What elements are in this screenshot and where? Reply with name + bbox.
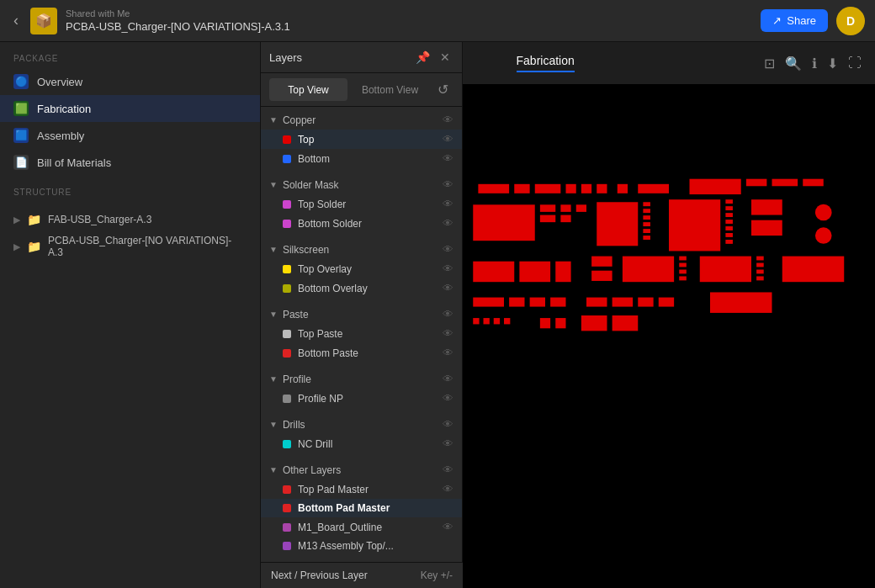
sidebar-item-assembly[interactable]: 🟦 Assembly: [0, 122, 260, 149]
layer-profile-np[interactable]: Profile NP 👁: [261, 389, 462, 408]
bom-icon: 📄: [13, 155, 29, 170]
svg-rect-46: [679, 276, 687, 280]
silkscreen-group-header[interactable]: ▼ Silkscreen 👁: [261, 240, 462, 259]
layer-top[interactable]: Top 👁: [261, 130, 462, 149]
eye-icon[interactable]: 👁: [443, 198, 453, 210]
chevron-down-icon: ▼: [269, 420, 278, 429]
sidebar-item-overview[interactable]: 🔵 Overview: [0, 68, 260, 95]
share-button[interactable]: ↗ Share: [761, 9, 828, 32]
layer-bottom-solder[interactable]: Bottom Solder 👁: [261, 214, 462, 233]
svg-rect-47: [700, 257, 751, 283]
overview-icon: 🔵: [13, 74, 29, 89]
layer-m1-board-outline[interactable]: M1_Board_Outline 👁: [261, 517, 462, 537]
layer-bottom-overlay[interactable]: Bottom Overlay 👁: [261, 278, 462, 298]
eye-icon[interactable]: 👁: [443, 483, 453, 495]
eye-icon[interactable]: 👁: [443, 114, 453, 126]
eye-icon[interactable]: 👁: [443, 243, 453, 256]
eye-icon[interactable]: 👁: [443, 392, 453, 405]
eye-icon[interactable]: 👁: [443, 178, 453, 191]
refresh-btn[interactable]: ↺: [432, 78, 453, 101]
bottom-view-btn[interactable]: Bottom View: [351, 78, 429, 101]
svg-rect-5: [597, 184, 607, 193]
share-label: Share: [787, 14, 816, 27]
folder-pcba[interactable]: ▶ 📁 PCBA-USB_Charger-[NO VARIATIONS]-A.3: [0, 230, 260, 262]
svg-rect-52: [782, 257, 845, 283]
eye-icon[interactable]: 👁: [443, 308, 453, 320]
eye-icon[interactable]: 👁: [443, 262, 453, 275]
svg-rect-3: [566, 184, 576, 193]
layer-top-overlay[interactable]: Top Overlay 👁: [261, 259, 462, 278]
back-button[interactable]: ‹: [10, 8, 22, 33]
layer-top-pad-master[interactable]: Top Pad Master 👁: [261, 479, 462, 499]
svg-rect-1: [514, 184, 529, 193]
layer-top-solder[interactable]: Top Solder 👁: [261, 194, 462, 214]
eye-icon[interactable]: 👁: [443, 464, 453, 476]
search-icon[interactable]: 🔍: [785, 56, 802, 72]
profile-group-header[interactable]: ▼ Profile 👁: [261, 369, 462, 389]
eye-icon[interactable]: 👁: [443, 521, 453, 533]
copper-group-header[interactable]: ▼ Copper 👁: [261, 110, 462, 130]
svg-rect-68: [581, 315, 607, 331]
layer-bottom-pad-master[interactable]: Bottom Pad Master: [261, 499, 462, 517]
bom-label: Bill of Materials: [37, 156, 111, 169]
svg-rect-11: [803, 179, 824, 187]
overview-label: Overview: [37, 76, 82, 88]
drills-group-header[interactable]: ▼ Drills 👁: [261, 415, 462, 434]
layer-group-drills: ▼ Drills 👁 NC Drill 👁: [261, 411, 462, 457]
other-group-header[interactable]: ▼ Other Layers 👁: [261, 460, 462, 479]
sidebar-item-fabrication[interactable]: 🟩 Fabrication: [0, 95, 260, 122]
pin-icon[interactable]: 📌: [412, 49, 433, 66]
eye-icon[interactable]: 👁: [443, 437, 453, 450]
eye-icon[interactable]: 👁: [443, 418, 453, 431]
folder-fab[interactable]: ▶ 📁 FAB-USB_Charger-A.3: [0, 209, 260, 230]
fullscreen-icon[interactable]: ⛶: [848, 56, 862, 71]
solder-mask-group-header[interactable]: ▼ Solder Mask 👁: [261, 175, 462, 194]
layer-nc-drill[interactable]: NC Drill 👁: [261, 434, 462, 453]
svg-rect-13: [540, 204, 555, 212]
eye-icon[interactable]: 👁: [443, 327, 453, 340]
fabrication-icon: 🟩: [13, 101, 29, 116]
eye-icon[interactable]: 👁: [443, 282, 453, 294]
eye-icon[interactable]: 👁: [443, 373, 453, 385]
layers-list: ▼ Copper 👁 Top 👁 Bottom 👁: [261, 107, 462, 588]
eye-icon[interactable]: 👁: [443, 133, 453, 146]
svg-rect-4: [581, 184, 591, 193]
svg-rect-38: [519, 262, 550, 283]
folder-icon: 📁: [27, 240, 41, 253]
close-icon[interactable]: ✕: [437, 49, 453, 66]
avatar[interactable]: D: [836, 7, 865, 35]
pcb-svg: [463, 84, 875, 588]
eye-icon[interactable]: 👁: [443, 152, 453, 165]
fit-icon[interactable]: ⊡: [764, 56, 775, 72]
svg-rect-39: [555, 262, 570, 283]
fabrication-tab[interactable]: Fabrication: [517, 54, 575, 72]
svg-rect-67: [555, 318, 565, 328]
svg-rect-26: [725, 199, 733, 204]
shared-label: Shared with Me: [66, 8, 290, 19]
center-panel: ⊞ 1/17 Fabrication ⊡ 🔍 ℹ ⬇ ⛶ Layers 📌 ✕: [261, 42, 875, 588]
info-icon[interactable]: ℹ: [812, 56, 817, 72]
svg-rect-7: [638, 184, 669, 193]
svg-rect-61: [710, 292, 772, 313]
chevron-down-icon: ▼: [269, 310, 278, 319]
layer-m13-assembly-top[interactable]: M13 Assembly Top/...: [261, 537, 462, 555]
svg-rect-57: [586, 298, 607, 307]
eye-icon[interactable]: 👁: [443, 217, 453, 230]
svg-rect-62: [473, 318, 479, 324]
svg-point-35: [815, 204, 832, 221]
assembly-icon: 🟦: [13, 128, 29, 143]
paste-group-header[interactable]: ▼ Paste 👁: [261, 305, 462, 324]
layer-group-paste: ▼ Paste 👁 Top Paste 👁 Bottom Paste 👁: [261, 301, 462, 366]
eye-icon[interactable]: 👁: [443, 347, 453, 359]
sidebar-item-bom[interactable]: 📄 Bill of Materials: [0, 149, 260, 176]
top-view-btn[interactable]: Top View: [269, 78, 347, 101]
svg-rect-60: [659, 298, 674, 307]
layer-group-copper: ▼ Copper 👁 Top 👁 Bottom 👁: [261, 107, 462, 172]
svg-rect-30: [725, 226, 733, 230]
layer-bottom-paste[interactable]: Bottom Paste 👁: [261, 343, 462, 363]
layer-top-paste[interactable]: Top Paste 👁: [261, 324, 462, 343]
download-icon[interactable]: ⬇: [827, 56, 838, 72]
layer-bottom[interactable]: Bottom 👁: [261, 149, 462, 168]
svg-rect-50: [756, 269, 764, 273]
svg-rect-9: [746, 179, 767, 187]
